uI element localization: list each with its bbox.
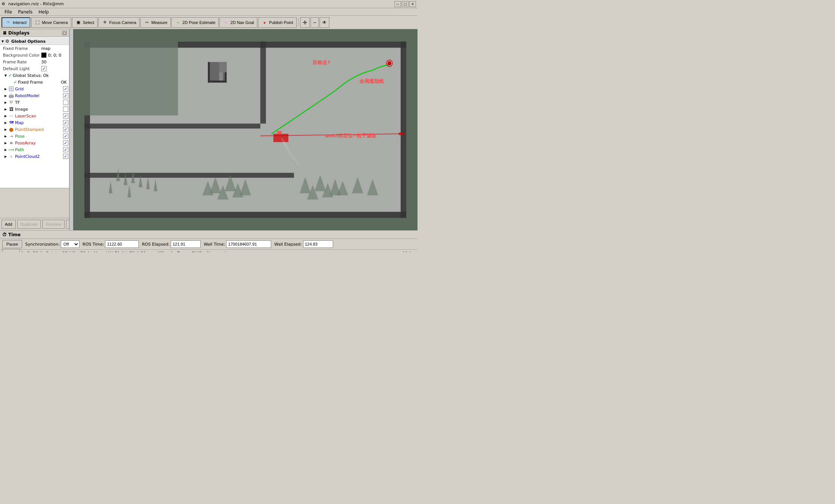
grid-display-name: Grid	[15, 87, 63, 92]
pointcloud2-display-row[interactable]: ▶ ⁘ PointCloud2 ✓	[0, 153, 69, 160]
maximize-button[interactable]: □	[402, 1, 408, 7]
select-button[interactable]: ▣ Select	[72, 17, 98, 28]
background-color-value[interactable]: 0; 0; 0	[41, 52, 69, 58]
svg-rect-6	[84, 212, 406, 218]
laserscan-checkbox[interactable]: ✓	[63, 113, 68, 118]
right-click-value: Zoom.	[177, 251, 192, 252]
robotmodel-icon: 🤖	[8, 93, 14, 98]
plus-button[interactable]: ✛	[300, 17, 310, 28]
eye-button[interactable]: 👁	[320, 17, 329, 28]
publish-point-button[interactable]: ● Publish Point	[258, 17, 296, 28]
focus-camera-label: Focus Camera	[109, 20, 136, 25]
toolbar: ☞ Interact ⛶ Move Camera ▣ Select ✛ Focu…	[0, 16, 418, 29]
move-camera-button[interactable]: ⛶ Move Camera	[31, 17, 71, 28]
fixed-frame-status-row[interactable]: ✓ Fixed Frame OK	[0, 79, 69, 86]
map-icon: 🗺	[8, 120, 14, 125]
laserscan-display-row[interactable]: ▶ ⋯ LaserScan ✓	[0, 112, 69, 119]
grid-display-row[interactable]: ▶ Grid ✓	[0, 86, 69, 92]
displays-content[interactable]: ▼ ⚙ Global Options Fixed Frame map Backg…	[0, 37, 69, 188]
menu-help[interactable]: Help	[36, 9, 52, 15]
2d-pose-estimate-button[interactable]: → 2D Pose Estimate	[171, 17, 219, 28]
pointstamped-icon: ●	[8, 127, 14, 132]
panel-collapse-handle[interactable]: ‹	[69, 29, 73, 230]
move-camera-label: Move Camera	[42, 20, 68, 25]
path-checkbox[interactable]: ✓	[63, 147, 68, 152]
fixed-frame-row: Fixed Frame map	[0, 45, 69, 52]
pointstamped-checkbox[interactable]: ✓	[63, 127, 68, 132]
global-status-row[interactable]: ▼ ✓ Global Status: Ok	[0, 72, 69, 79]
map-checkbox[interactable]: ✓	[63, 120, 68, 125]
global-status-arrow: ▼	[5, 74, 8, 77]
image-checkbox[interactable]	[63, 106, 68, 112]
svg-rect-17	[219, 62, 227, 72]
pose-display-row[interactable]: ▶ → Pose ✓	[0, 133, 69, 140]
default-light-checkbox[interactable]: ✓	[41, 66, 47, 71]
svg-rect-11	[84, 173, 294, 178]
robotmodel-checkbox[interactable]: ✓	[63, 93, 68, 98]
global-options-arrow: ▼	[2, 40, 5, 43]
menu-panels[interactable]: Panels	[15, 9, 36, 15]
map-display-row[interactable]: ▶ 🗺 Map ✓	[0, 119, 69, 126]
posearray-display-row[interactable]: ▶ ≡ PoseArray ✓	[0, 140, 69, 146]
robotmodel-display-row[interactable]: ▶ 🤖 RobotModel ✓	[0, 92, 69, 99]
ros-time-input[interactable]	[105, 240, 139, 248]
menu-file[interactable]: File	[2, 9, 15, 15]
pointcloud2-checkbox[interactable]: ✓	[63, 154, 68, 159]
path-display-row[interactable]: ▶ ⟿ Path ✓	[0, 146, 69, 153]
tf-expand: ▶	[5, 101, 8, 104]
grid-checkbox[interactable]: ✓	[63, 86, 68, 92]
svg-rect-16	[208, 81, 227, 82]
pointstamped-display-row[interactable]: ▶ ● PointStamped ✓	[0, 126, 69, 133]
panel-close-button[interactable]: □	[62, 31, 67, 35]
interact-button[interactable]: ☞ Interact	[2, 17, 30, 28]
wall-elapsed-input[interactable]	[303, 240, 333, 248]
frame-rate-row: Frame Rate 30	[0, 58, 69, 65]
displays-footer	[0, 188, 69, 218]
pointstamped-expand: ▶	[5, 128, 8, 131]
image-expand: ▶	[5, 108, 8, 111]
app-icon: ⚙	[2, 2, 5, 6]
path-expand: ▶	[5, 148, 8, 152]
fixed-frame-value[interactable]: map	[41, 46, 69, 51]
global-options-header[interactable]: ▼ ⚙ Global Options	[0, 38, 69, 45]
frame-rate-value[interactable]: 30	[41, 60, 69, 64]
duplicate-button[interactable]: Duplicate	[17, 220, 41, 229]
viewport[interactable]: 目标点↑ 全局规划线 amcl自定位--粒子滤波	[73, 29, 418, 230]
tf-checkbox[interactable]	[63, 100, 68, 105]
default-light-label: Default Light	[0, 66, 41, 71]
displays-header: 🖥 Displays □	[0, 29, 69, 37]
2d-nav-goal-button[interactable]: → 2D Nav Goal	[219, 17, 257, 28]
minimize-button[interactable]: —	[394, 1, 401, 7]
pause-button[interactable]: Pause	[2, 240, 22, 248]
measure-label: Measure	[151, 20, 167, 25]
toolbar-separator	[298, 18, 299, 27]
sync-select[interactable]: Off Sync	[61, 240, 80, 248]
laserscan-display-name: LaserScan	[15, 114, 63, 118]
left-click-value: Rotate.	[46, 251, 62, 252]
pointcloud2-expand: ▶	[5, 155, 8, 158]
default-light-value[interactable]: ✓	[41, 66, 69, 71]
select-label: Select	[83, 20, 95, 25]
posearray-checkbox[interactable]: ✓	[63, 140, 68, 146]
minus-button[interactable]: −	[311, 17, 319, 28]
ros-elapsed-input[interactable]	[171, 240, 201, 248]
global-options-label: Global Options	[11, 39, 45, 44]
grid-icon	[8, 86, 14, 92]
remove-button[interactable]: Remove	[42, 220, 65, 229]
shift-label: Shift	[192, 251, 203, 252]
pose-checkbox[interactable]: ✓	[63, 134, 68, 139]
svg-rect-9	[260, 42, 266, 124]
rename-button[interactable]: Rename	[66, 220, 69, 229]
image-display-row[interactable]: ▶ 🖼 Image	[0, 106, 69, 112]
fixed-frame-status-label: Fixed Frame	[18, 80, 61, 85]
add-button[interactable]: Add	[2, 220, 16, 229]
wall-time-input[interactable]	[226, 240, 271, 248]
focus-camera-button[interactable]: ✛ Focus Camera	[98, 17, 140, 28]
time-icon: ⏱	[2, 232, 7, 237]
tf-display-name: TF	[15, 100, 63, 105]
interact-icon: ☞	[5, 20, 11, 26]
close-button[interactable]: ✕	[409, 1, 416, 7]
reset-button[interactable]: Reset	[2, 249, 20, 252]
measure-button[interactable]: ⇿ Measure	[140, 17, 171, 28]
tf-display-row[interactable]: ▶ TF TF	[0, 99, 69, 106]
